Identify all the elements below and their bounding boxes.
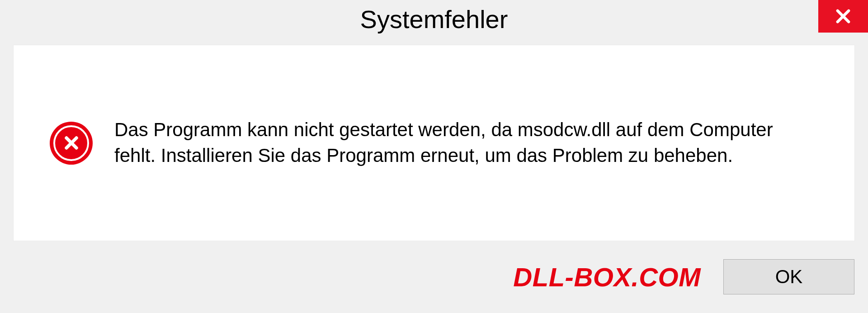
error-dialog: Systemfehler Das Programm kann nicht ges… xyxy=(0,0,868,313)
titlebar: Systemfehler xyxy=(0,0,868,41)
ok-button[interactable]: OK xyxy=(723,259,854,294)
error-message: Das Programm kann nicht gestartet werden… xyxy=(114,117,818,168)
content-box: Das Programm kann nicht gestartet werden… xyxy=(14,45,854,241)
close-button[interactable] xyxy=(818,0,868,33)
watermark-text: DLL-BOX.COM xyxy=(513,262,701,292)
error-icon xyxy=(50,122,93,165)
footer: DLL-BOX.COM OK xyxy=(0,254,868,313)
dialog-title: Systemfehler xyxy=(360,5,508,34)
close-icon xyxy=(834,7,853,26)
